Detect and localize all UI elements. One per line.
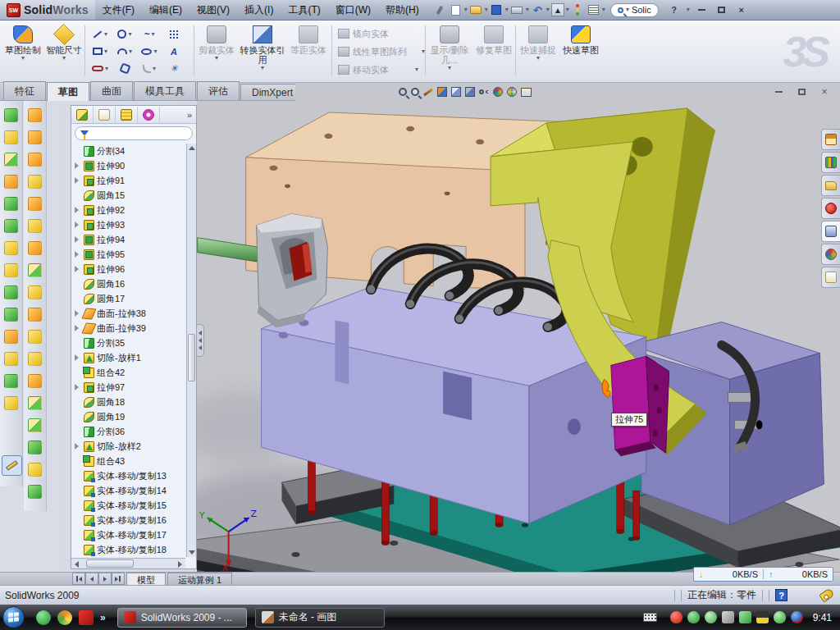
antivirus-shield-icon[interactable] xyxy=(687,611,700,623)
feature-tree-item[interactable]: 实体-移动/复制15 xyxy=(73,498,185,513)
doc-restore-button[interactable] xyxy=(794,85,809,98)
media-app-icon[interactable] xyxy=(57,610,72,625)
search-input[interactable]: Solic xyxy=(632,5,651,15)
close-button[interactable]: × xyxy=(734,4,749,16)
scroll-down-arrow[interactable] xyxy=(189,550,195,555)
scroll-right-arrow[interactable] xyxy=(178,561,182,568)
convert-entities-button[interactable]: 转换实体引用▾ xyxy=(240,24,285,78)
feature-tool-icon[interactable]: ▾ xyxy=(25,259,46,281)
feature-tree-item[interactable]: 拉伸97 xyxy=(73,380,185,395)
first-tab-button[interactable] xyxy=(72,573,85,585)
commandmanager-tab[interactable]: 曲面 xyxy=(90,81,133,100)
commandmanager-tab[interactable]: 评估 xyxy=(197,81,240,100)
pin-icon[interactable] xyxy=(433,3,447,17)
feature-tree-item[interactable]: 拉伸95 xyxy=(73,247,185,262)
line-tool-icon[interactable]: ▾ xyxy=(88,25,112,43)
volume-icon[interactable] xyxy=(722,611,734,623)
doc-close-button[interactable]: × xyxy=(817,85,832,98)
section-view-icon[interactable]: ▾ xyxy=(436,84,448,99)
slot-tool-icon[interactable]: ▾ xyxy=(88,60,112,77)
feature-tool-icon[interactable]: ▾ xyxy=(25,348,46,370)
dimxpert-manager-tab[interactable] xyxy=(138,107,160,123)
document-tab[interactable]: 运动算例 1 xyxy=(167,573,232,585)
search-box[interactable]: ▾ Solic xyxy=(610,3,659,17)
menu-item[interactable]: 插入(I) xyxy=(237,1,281,20)
protection-shield-icon[interactable] xyxy=(774,611,786,623)
last-tab-button[interactable] xyxy=(112,573,125,585)
feature-tool-icon[interactable]: ▾ xyxy=(25,237,46,259)
feature-tool-icon[interactable]: ▾ xyxy=(25,326,46,348)
feature-tool-icon[interactable]: ▾ xyxy=(25,126,46,148)
magnifying-glass-icon[interactable]: ▾ xyxy=(422,84,434,99)
repair-sketch-button[interactable]: 修复草图 xyxy=(474,24,514,78)
feature-tool-icon[interactable]: ▾ xyxy=(1,304,22,326)
feature-tree-item[interactable]: 拉伸91 xyxy=(73,173,185,188)
feature-tool-icon[interactable]: ▾ xyxy=(1,370,22,392)
feature-tool-icon[interactable]: ▾ xyxy=(25,148,46,171)
feature-tool-icon[interactable]: ▾ xyxy=(1,259,22,281)
undo-icon[interactable]: ↶ xyxy=(531,3,545,17)
feature-tree-item[interactable]: 圆角19 xyxy=(73,409,185,424)
measure-tool-button[interactable] xyxy=(2,455,22,476)
smart-dimension-button[interactable]: 智能尺寸▾ xyxy=(44,24,84,78)
expander-arrow-icon[interactable] xyxy=(75,325,79,331)
feature-tool-icon[interactable]: ▾ xyxy=(1,148,22,171)
linear-sketch-pattern-button[interactable]: 线性草图阵列▾ xyxy=(338,43,425,60)
feature-tree-item[interactable]: 组合42 xyxy=(73,365,185,380)
taskbar-button[interactable]: SolidWorks 2009 - ... xyxy=(117,608,247,628)
open-icon[interactable] xyxy=(469,3,483,17)
feature-manager-tab[interactable] xyxy=(71,107,94,123)
model-sprue-clamp[interactable] xyxy=(198,214,328,328)
feature-tool-icon[interactable]: ▾ xyxy=(25,414,46,436)
expander-arrow-icon[interactable] xyxy=(75,384,79,390)
feature-tree-item[interactable]: 实体-移动/复制16 xyxy=(73,513,185,527)
mirror-entities-button[interactable]: 镜向实体 xyxy=(338,25,389,42)
taskbar-button[interactable]: 未命名 - 画图 xyxy=(255,608,385,628)
feature-tree-item[interactable]: 拉伸96 xyxy=(73,262,185,276)
feature-tree-item[interactable]: 切除-放样1 xyxy=(73,350,185,365)
sketch-pattern-icon[interactable] xyxy=(162,25,186,43)
wireless-warning-icon[interactable] xyxy=(756,611,769,623)
feature-tool-icon[interactable]: ▾ xyxy=(1,126,22,148)
commandmanager-tab[interactable]: 模具工具 xyxy=(134,81,196,100)
move-entities-button[interactable]: 移动实体▾ xyxy=(338,62,418,78)
rectangle-tool-icon[interactable]: ▾ xyxy=(88,43,112,60)
feature-tool-icon[interactable]: ▾ xyxy=(1,281,22,304)
feature-tool-icon[interactable]: ▾ xyxy=(25,281,46,304)
network-phone-icon[interactable] xyxy=(739,611,751,623)
panel-splitter-handle[interactable] xyxy=(197,324,204,357)
expander-arrow-icon[interactable] xyxy=(75,354,79,361)
feature-tool-icon[interactable]: ▾ xyxy=(25,392,46,414)
scroll-thumb[interactable] xyxy=(86,559,134,568)
feature-tree-item[interactable]: 切除-放样2 xyxy=(73,439,185,454)
scroll-thumb[interactable] xyxy=(188,334,195,381)
sketch-fillet-icon[interactable]: ▾ xyxy=(137,60,162,77)
arc-tool-icon[interactable]: ▾ xyxy=(112,43,137,60)
menu-item[interactable]: 工具(T) xyxy=(281,1,327,20)
feature-tree-item[interactable]: 分割34 xyxy=(73,144,185,158)
keyboard-layout-icon[interactable] xyxy=(643,613,657,622)
ellipse-tool-icon[interactable]: ▾ xyxy=(137,43,162,60)
feature-tree-item[interactable]: 实体-移动/复制18 xyxy=(73,542,185,557)
save-icon[interactable] xyxy=(490,3,504,17)
sketch-button[interactable]: 草图绘制▾ xyxy=(3,24,43,78)
rapid-sketch-button[interactable]: 快速草图 xyxy=(561,24,600,78)
feature-tool-icon[interactable]: ▾ xyxy=(25,215,46,237)
expander-arrow-icon[interactable] xyxy=(75,266,79,272)
zoom-area-icon[interactable]: ▾ xyxy=(410,84,420,99)
messenger-icon[interactable] xyxy=(36,610,51,625)
feature-tree-item[interactable]: 曲面-拉伸39 xyxy=(73,321,185,336)
feature-tree-item[interactable]: 圆角15 xyxy=(73,188,185,203)
sync-blocked-icon[interactable] xyxy=(791,611,803,623)
expander-arrow-icon[interactable] xyxy=(75,177,79,184)
exploded-mold-assembly[interactable]: Y Z X xyxy=(197,101,840,572)
expander-arrow-icon[interactable] xyxy=(75,207,79,213)
configuration-manager-tab[interactable] xyxy=(116,107,138,123)
spline-tool-icon[interactable]: ~▾ xyxy=(137,25,162,43)
feature-tool-icon[interactable]: ▾ xyxy=(25,193,46,215)
feature-tree-item[interactable]: 实体-移动/复制17 xyxy=(73,527,185,542)
update-clock-icon[interactable] xyxy=(705,611,717,623)
tag-icon[interactable] xyxy=(819,587,834,602)
feature-tool-icon[interactable]: ▾ xyxy=(25,171,46,193)
point-tool-icon[interactable]: ✳ xyxy=(162,60,186,77)
